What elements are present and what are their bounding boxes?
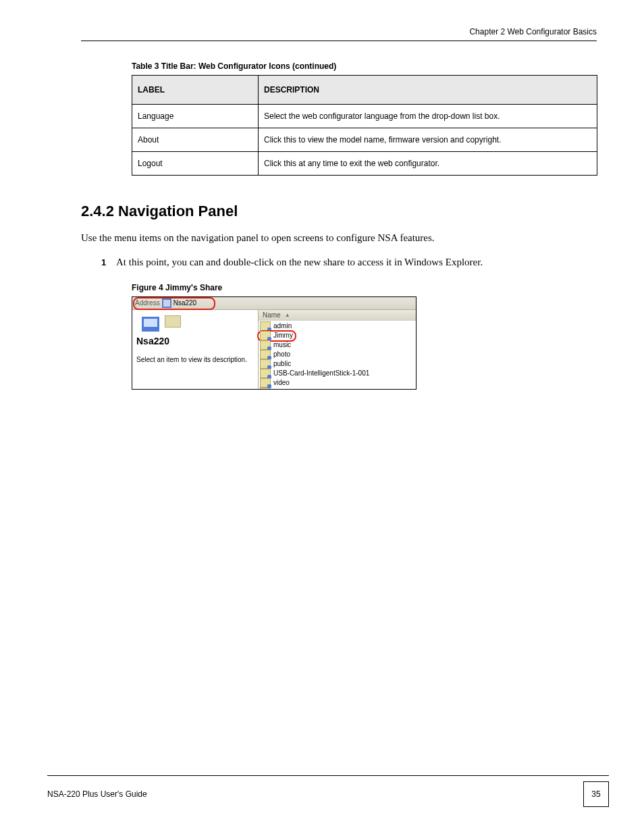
item-name: photo: [273, 350, 290, 358]
row-label: Language: [132, 105, 259, 128]
section-heading: 2.4.2 Navigation Panel: [81, 203, 597, 220]
page-number: 35: [591, 789, 600, 799]
step-number: 1: [101, 257, 116, 269]
item-name: Printers: [273, 388, 296, 390]
list-item-jimmy[interactable]: Jimmy: [260, 331, 414, 340]
folder-large-icon: [165, 315, 181, 328]
share-folder-icon: [260, 359, 271, 369]
explorer-screenshot: Address Nsa220 Nsa220 Select an item to …: [132, 296, 417, 390]
table-header-label: LABEL: [132, 76, 259, 105]
share-list: admin Jimmy music photo public USB-Card-…: [259, 321, 416, 390]
item-name: video: [273, 379, 290, 386]
item-name: admin: [273, 322, 292, 330]
share-folder-icon: [260, 321, 271, 331]
address-value: Nsa220: [173, 299, 196, 307]
row-desc: Click this to view the model name, firmw…: [259, 128, 597, 152]
section-intro: Use the menu items on the navigation pan…: [81, 231, 597, 244]
footer-guide-name: NSA-220 Plus User's Guide: [47, 789, 147, 799]
computer-icon: [162, 298, 171, 308]
list-item[interactable]: video: [260, 378, 414, 388]
figure-caption: Figure 4 Jimmy's Share: [132, 283, 597, 292]
running-header: Chapter 2 Web Configurator Basics: [81, 27, 597, 41]
row-label: About: [132, 128, 259, 152]
share-folder-icon: [260, 369, 271, 378]
row-desc: Select the web configurator language fro…: [259, 105, 597, 128]
list-item[interactable]: admin: [260, 321, 414, 331]
list-item[interactable]: Printers: [260, 388, 414, 390]
item-name: music: [273, 341, 291, 348]
list-item[interactable]: photo: [260, 350, 414, 359]
table-row: About Click this to view the model name,…: [132, 128, 597, 152]
row-desc: Click this at any time to exit the web c…: [259, 152, 597, 176]
table-header-description: DESCRIPTION: [259, 76, 597, 105]
item-name: Jimmy: [273, 332, 293, 339]
item-name: USB-Card-IntelligentStick-1-001: [273, 369, 369, 377]
share-folder-icon: [260, 340, 271, 350]
explorer-left-pane: Nsa220 Select an item to view its descri…: [132, 310, 259, 390]
config-table: LABEL DESCRIPTION Language Select the we…: [132, 75, 597, 176]
row-label: Logout: [132, 152, 259, 176]
page-footer: NSA-220 Plus User's Guide 35: [47, 775, 609, 807]
list-item[interactable]: public: [260, 359, 414, 369]
description-placeholder: Select an item to view its description.: [136, 356, 254, 363]
explorer-right-pane: Name ▲ admin Jimmy music photo public US…: [259, 310, 416, 390]
share-folder-icon: [260, 378, 271, 388]
list-item[interactable]: music: [260, 340, 414, 350]
selected-host-name: Nsa220: [136, 336, 254, 346]
column-header-name[interactable]: Name ▲: [259, 310, 416, 321]
step-1: 1At this point, you can and double-click…: [101, 255, 597, 269]
address-bar[interactable]: Address Nsa220: [132, 297, 416, 310]
table-row: Language Select the web configurator lan…: [132, 105, 597, 128]
step-body: At this point, you can and double-click …: [116, 257, 483, 267]
sort-ascending-icon: ▲: [285, 312, 290, 318]
list-item[interactable]: USB-Card-IntelligentStick-1-001: [260, 369, 414, 378]
column-header-label: Name: [263, 311, 281, 319]
computer-large-icon: [142, 317, 159, 332]
table-caption: Table 3 Title Bar: Web Configurator Icon…: [132, 61, 597, 71]
address-label: Address: [135, 299, 160, 307]
item-name: public: [273, 360, 291, 367]
share-folder-icon: [260, 331, 271, 340]
page-number-box: 35: [583, 781, 609, 807]
share-folder-icon: [260, 350, 271, 359]
table-row: Logout Click this at any time to exit th…: [132, 152, 597, 176]
